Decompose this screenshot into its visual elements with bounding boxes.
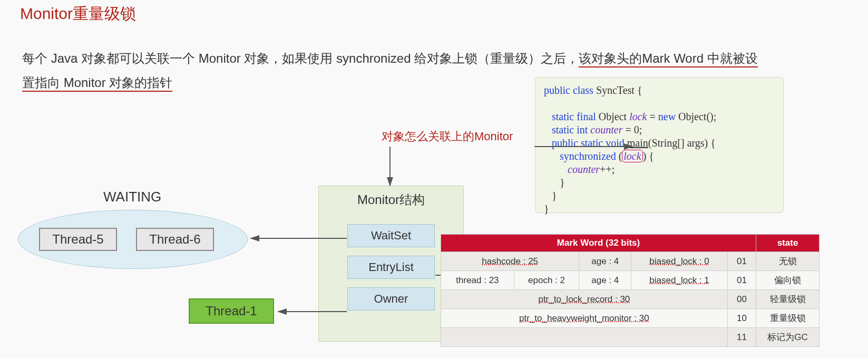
code-var: counter (568, 163, 600, 175)
code-main: main (627, 137, 648, 149)
code-brace: } (544, 203, 549, 215)
code-brace: } (560, 177, 565, 188)
thread-5-box: Thread-5 (39, 228, 117, 251)
cell: 无锁 (756, 252, 820, 271)
cell (441, 328, 728, 347)
cell: 标记为GC (756, 328, 820, 347)
cell-text: biased_lock : 0 (649, 256, 709, 266)
cell: age : 4 (579, 271, 631, 290)
mw-header: Mark Word (32 bits) (441, 235, 756, 252)
code-kw: static final (552, 111, 596, 122)
cell-text: hashcode : 25 (482, 256, 538, 266)
code-text: Object(); (676, 111, 716, 122)
code-text: Object (596, 111, 629, 122)
code-brace: } (552, 190, 557, 201)
code-var: counter (590, 124, 622, 136)
code-text: = 0; (622, 124, 642, 136)
code-text: ++; (600, 163, 615, 175)
code-lock-highlight: lock (622, 150, 642, 162)
table-row: ptr_to_heavyweight_monitor : 30 10 重量级锁 (441, 309, 820, 328)
code-text: (String[] args) { (648, 137, 716, 149)
page-title: Monitor重量级锁 (20, 3, 136, 25)
code-var: lock (629, 111, 647, 122)
monitor-entrylist: EntryList (347, 256, 435, 279)
desc-underline-2: 置指向 Monitor 对象的指针 (22, 75, 172, 92)
annotation-text: 对象怎么关联上的Monitor (382, 129, 513, 144)
waiting-label: WAITING (103, 189, 161, 205)
code-kw: public static void (552, 137, 627, 149)
cell: 01 (727, 252, 756, 271)
table-header-row: Mark Word (32 bits) state (441, 235, 820, 252)
cell: thread : 23 (441, 271, 514, 290)
cell: ptr_to_lock_record : 30 (441, 290, 728, 309)
desc-underline-1: 该对象头的Mark Word 中就被设 (579, 51, 758, 67)
cell-text: age : 4 (591, 256, 619, 266)
state-header: state (756, 235, 820, 252)
mark-word-table: Mark Word (32 bits) state hashcode : 25 … (441, 234, 820, 347)
code-text: ) { (643, 150, 654, 162)
table-row: hashcode : 25 age : 4 biased_lock : 0 01… (441, 252, 820, 271)
code-text: SyncTest { (593, 84, 642, 96)
code-kw: public class (544, 84, 593, 96)
monitor-title: Monitor结构 (319, 186, 463, 216)
cell: biased_lock : 1 (631, 271, 727, 290)
cell: age : 4 (579, 252, 631, 271)
table-row: ptr_to_lock_record : 30 00 轻量级锁 (441, 290, 820, 309)
thread-6-box: Thread-6 (136, 228, 214, 251)
code-kw: synchronized (560, 150, 619, 162)
cell: ptr_to_heavyweight_monitor : 30 (441, 309, 728, 328)
cell: 偏向锁 (756, 271, 820, 290)
code-kw: static int (552, 124, 590, 136)
thread-1-box: Thread-1 (189, 298, 274, 324)
code-kw: new (658, 111, 676, 122)
cell-text: biased_lock : 1 (649, 275, 709, 285)
cell: hashcode : 25 (441, 252, 579, 271)
cell: epoch : 2 (514, 271, 579, 290)
cell: biased_lock : 0 (631, 252, 727, 271)
code-text: = (647, 111, 658, 122)
cell-text: ptr_to_heavyweight_monitor : 30 (519, 313, 649, 323)
table-row: thread : 23 epoch : 2 age : 4 biased_loc… (441, 271, 820, 290)
code-snippet: public class SyncTest { static final Obj… (535, 77, 784, 213)
table-row: 11 标记为GC (441, 328, 820, 347)
cell: 01 (727, 271, 756, 290)
cell: 00 (727, 290, 756, 309)
cell: 10 (727, 309, 756, 328)
cell: 11 (727, 328, 756, 347)
monitor-owner: Owner (347, 287, 435, 311)
cell: 重量级锁 (756, 309, 820, 328)
cell: 轻量级锁 (756, 290, 820, 309)
desc-prefix: 每个 Java 对象都可以关联一个 Monitor 对象，如果使用 synchr… (22, 51, 579, 65)
monitor-waitset: WaitSet (347, 224, 435, 247)
cell-text: ptr_to_lock_record : 30 (538, 294, 630, 304)
